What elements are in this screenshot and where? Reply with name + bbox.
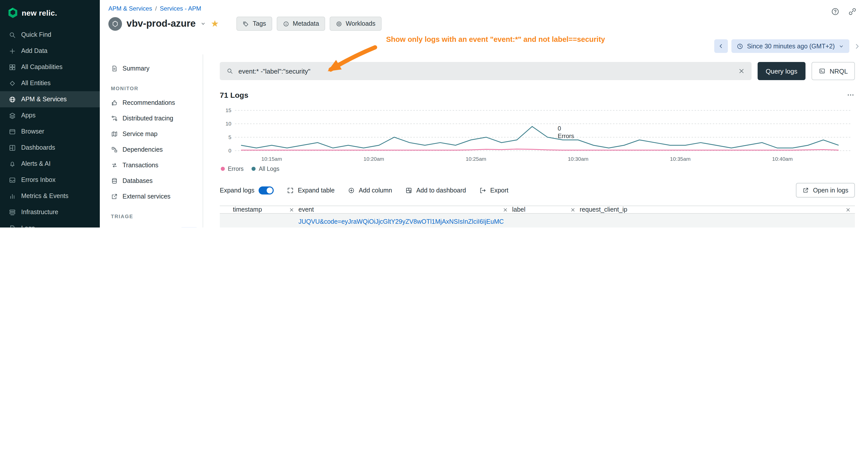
apps-icon	[8, 111, 16, 119]
time-forward-button[interactable]	[853, 42, 861, 50]
sidebar-item-apm-services[interactable]: APM & Services	[0, 91, 100, 107]
logo-text: new relic.	[22, 8, 57, 17]
subnav-item-service-map[interactable]: Service map	[100, 126, 203, 141]
add-column-button[interactable]: Add column	[348, 187, 392, 194]
search-icon	[226, 67, 234, 74]
subnav-section-triage: TRIAGE	[111, 214, 203, 219]
sidebar-nav: Quick FindAdd DataAll CapabilitiesAll En…	[0, 27, 100, 228]
query-text[interactable]: event:* -"label":"security"	[239, 67, 733, 75]
logs-query-input[interactable]: event:* -"label":"security"	[220, 62, 751, 80]
sidebar-item-all-capabilities[interactable]: All Capabilities	[0, 59, 100, 75]
new-relic-logo[interactable]: new relic.	[0, 0, 100, 27]
remove-timestamp-column-icon[interactable]	[289, 207, 294, 213]
help-circle-icon[interactable]	[831, 7, 840, 16]
svg-text:10:40am: 10:40am	[772, 156, 793, 162]
distributed-tracing-icon	[111, 115, 118, 122]
browser-icon	[8, 128, 16, 135]
sidebar-item-errors-inbox-label: Errors Inbox	[21, 176, 56, 184]
expand-logs-label: Expand logs	[220, 187, 254, 194]
sidebar-item-alerts-ai-label: Alerts & AI	[21, 160, 51, 167]
svg-text:10:30am: 10:30am	[568, 156, 589, 162]
sidebar-item-alerts-ai[interactable]: Alerts & AI	[0, 156, 100, 172]
open-in-logs-button[interactable]: Open in logs	[796, 183, 855, 197]
summary-icon	[111, 65, 118, 72]
subnav-item-dependencies[interactable]: Dependencies	[100, 141, 203, 157]
legend-errors[interactable]: Errors	[221, 165, 244, 173]
all-entities-icon	[8, 79, 16, 87]
breadcrumb-link-services-apm[interactable]: Services - APM	[160, 5, 201, 12]
breadcrumb-separator: /	[155, 5, 157, 12]
expand-logs-toggle[interactable]	[258, 186, 274, 194]
subnav-item-errors-errors-inb[interactable]: Errors (errors inb...New	[100, 223, 203, 228]
errors-errors-inb-icon	[111, 227, 118, 228]
row-select-cell	[220, 214, 233, 219]
expand-table-button[interactable]: Expand table	[287, 187, 335, 194]
sidebar-item-all-entities[interactable]: All Entities	[0, 75, 100, 91]
svg-text:10:20am: 10:20am	[364, 156, 384, 162]
breadcrumb-link-apm-services[interactable]: APM & Services	[108, 5, 152, 12]
entity-hexagon-icon	[108, 17, 122, 31]
app: new relic. Quick FindAdd DataAll Capabil…	[0, 0, 868, 228]
metadata-button[interactable]: Metadata	[277, 17, 325, 31]
svg-text:15: 15	[225, 107, 231, 113]
errors-errors-inb-new-badge: New	[181, 227, 197, 228]
time-range-label: Since 30 minutes ago (GMT+2)	[747, 42, 835, 50]
sidebar-item-browser[interactable]: Browser	[0, 124, 100, 139]
content-row: SummaryMONITORRecommendationsDistributed…	[100, 55, 868, 228]
sidebar-item-add-data[interactable]: Add Data	[0, 43, 100, 59]
log-table-body: JUQVU&code=eyJraWQiOiJjcGltY29yZV8wOTl1M…	[220, 214, 855, 228]
errors-dot-icon	[221, 167, 225, 171]
tags-button[interactable]: Tags	[237, 17, 272, 31]
favorite-star-icon[interactable]: ★	[211, 19, 219, 28]
subnav-item-label: Recommendations	[123, 99, 175, 106]
apm-services-icon	[8, 96, 16, 103]
table-row[interactable]: JUQVU&code=eyJraWQiOiJjcGltY29yZV8wOTl1M…	[220, 214, 855, 228]
clock-icon	[737, 42, 744, 50]
sidebar-item-apps[interactable]: Apps	[0, 107, 100, 124]
all-logs-dot-icon	[252, 167, 256, 171]
query-row: event:* -"label":"security" Query logs N…	[220, 62, 855, 80]
main-content: event:* -"label":"security" Query logs N…	[203, 55, 868, 228]
subnav-item-transactions[interactable]: Transactions	[100, 157, 203, 173]
permalink-icon[interactable]	[848, 7, 857, 16]
sidebar-item-logs[interactable]: Logs	[0, 220, 100, 228]
nrql-button[interactable]: NRQL	[811, 62, 855, 80]
databases-icon	[111, 177, 118, 184]
add-to-dashboard-button[interactable]: Add to dashboard	[405, 187, 466, 194]
sidebar-item-browser-label: Browser	[21, 128, 44, 135]
sidebar-item-dashboards-label: Dashboards	[21, 144, 55, 151]
sidebar-item-metrics-events[interactable]: Metrics & Events	[0, 188, 100, 204]
event-link[interactable]: JUQVU&code=eyJraWQiOiJjcGltY29yZV8wOTl1M…	[299, 217, 505, 228]
sidebar-item-infrastructure[interactable]: Infrastructure	[0, 204, 100, 220]
header-buttons: Tags Metadata Workloads	[237, 17, 381, 31]
subnav-item-databases[interactable]: Databases	[100, 173, 203, 189]
entity-switcher-chevron-icon[interactable]	[200, 21, 207, 27]
sidebar-item-all-capabilities-label: All Capabilities	[21, 64, 62, 70]
remove-label-column-icon[interactable]	[570, 207, 576, 213]
subnav-item-label: Transactions	[123, 162, 158, 168]
chevron-left-icon	[718, 43, 724, 50]
subnav-item-external-services[interactable]: External services	[100, 189, 203, 204]
header-cell-request-client-ip: request_client_ip	[580, 206, 855, 213]
header-cell-timestamp: timestamp	[233, 206, 299, 213]
clear-query-icon[interactable]	[738, 67, 745, 74]
legend-all-logs[interactable]: All Logs	[252, 165, 279, 173]
query-logs-button[interactable]: Query logs	[757, 62, 806, 80]
subnav-item-label: Service map	[123, 130, 157, 137]
export-button[interactable]: Export	[479, 187, 508, 194]
sidebar-item-dashboards[interactable]: Dashboards	[0, 139, 100, 156]
more-options-icon[interactable]	[846, 91, 855, 99]
subnav-item-summary[interactable]: Summary	[100, 61, 203, 76]
workloads-button[interactable]: Workloads	[330, 17, 381, 31]
subnav-item-distributed-tracing[interactable]: Distributed tracing	[100, 110, 203, 126]
expand-logs-control: Expand logs	[220, 186, 274, 194]
sidebar-item-errors-inbox[interactable]: Errors Inbox	[0, 172, 100, 188]
timestamp-cell	[233, 214, 299, 221]
remove-request-client-ip-column-icon[interactable]	[845, 207, 851, 213]
export-icon	[479, 187, 486, 194]
subnav-item-recommendations[interactable]: Recommendations	[100, 95, 203, 110]
sidebar-item-quick-find[interactable]: Quick Find	[0, 27, 100, 43]
remove-event-column-icon[interactable]	[502, 207, 508, 213]
time-range-button[interactable]: Since 30 minutes ago (GMT+2)	[732, 39, 849, 53]
time-back-button[interactable]	[714, 39, 728, 53]
